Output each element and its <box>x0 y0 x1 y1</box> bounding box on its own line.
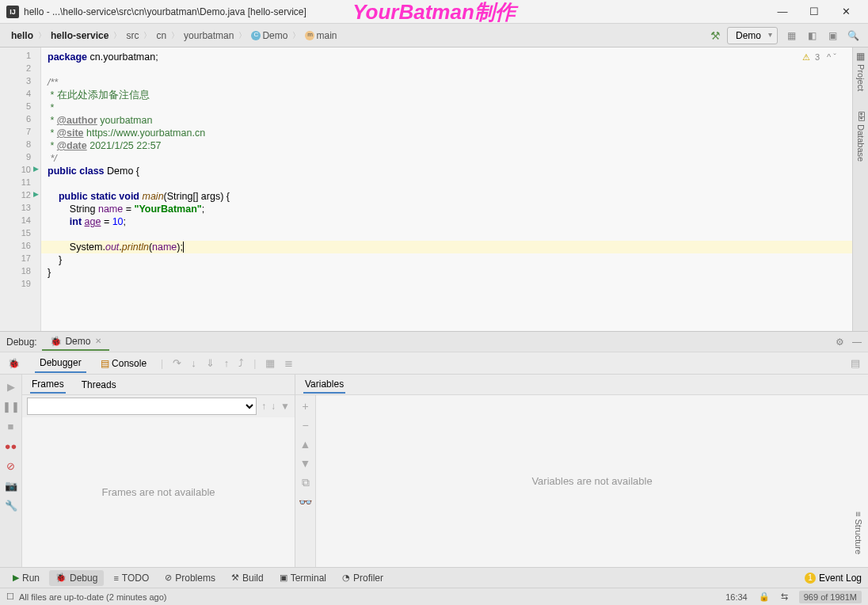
run-gutter-icon[interactable]: ▶ <box>33 165 39 173</box>
frames-tab-btn[interactable]: Frames <box>30 376 66 394</box>
gutter-line[interactable]: 16 <box>0 241 40 253</box>
gutter-line[interactable]: 18 <box>0 266 40 279</box>
coverage-icon[interactable]: ◧ <box>805 29 819 43</box>
gutter-line[interactable]: 19 <box>0 279 40 291</box>
mute-breakpoints-icon[interactable]: ⊘ <box>6 460 15 472</box>
drop-frame-icon[interactable]: ⤴ <box>238 357 244 369</box>
minimize-button[interactable]: — <box>767 0 798 24</box>
gutter-line[interactable]: 5 <box>0 101 40 114</box>
force-step-into-icon[interactable]: ⇓ <box>206 357 215 369</box>
gutter-line[interactable]: 9 <box>0 152 40 165</box>
step-into-icon[interactable]: ↓ <box>191 357 196 369</box>
pause-icon[interactable]: ❚❚ <box>2 401 20 413</box>
close-button[interactable]: ✕ <box>830 0 862 24</box>
gutter-line[interactable]: 17 <box>0 253 40 266</box>
next-frame-icon[interactable]: ↓ <box>271 401 276 412</box>
gutter-line[interactable]: 7 <box>0 127 40 139</box>
debug-tool-tab[interactable]: 🐞Debug <box>49 570 104 586</box>
structure-tool-tab[interactable]: ≡ Structure <box>852 508 865 557</box>
hide-icon[interactable]: — <box>852 337 862 348</box>
gutter-line[interactable]: 12▶ <box>0 190 40 203</box>
up-icon[interactable]: ▲ <box>300 438 311 451</box>
maximize-button[interactable]: ☐ <box>798 0 830 24</box>
search-icon[interactable]: 🔍 <box>846 29 860 43</box>
glasses-icon[interactable]: 👓 <box>299 496 312 508</box>
variables-pane: Variables + − ▲ ▼ ⧉ 👓 Variables are not … <box>295 375 868 567</box>
run-tool-tab[interactable]: ▶Run <box>6 570 46 586</box>
memory-indicator[interactable]: 969 of 1981M <box>799 591 862 603</box>
problems-tool-tab[interactable]: ⊘Problems <box>158 570 222 586</box>
bottom-tool-tabs: ▶Run 🐞Debug ≡TODO ⊘Problems ⚒Build ▣Term… <box>0 567 868 588</box>
bug-icon: 🐞 <box>55 573 67 583</box>
camera-icon[interactable]: 📷 <box>5 480 17 492</box>
crumb-project[interactable]: hello <box>8 29 36 43</box>
debug-session-tab[interactable]: 🐞 Demo ✕ <box>42 333 109 351</box>
crumb-module[interactable]: hello-service <box>48 29 112 43</box>
filter-icon[interactable]: ▼ <box>280 401 290 412</box>
close-tab-icon[interactable]: ✕ <box>95 337 101 345</box>
thread-select[interactable] <box>27 398 257 415</box>
gutter-line[interactable]: 6 <box>0 114 40 127</box>
gutter-line[interactable]: 4 <box>0 89 40 101</box>
profile-icon[interactable]: ▣ <box>825 29 839 43</box>
gutter-line[interactable]: 1 <box>0 51 40 63</box>
project-tool-tab[interactable]: ▦ Project <box>852 48 868 94</box>
gutter-line[interactable]: 2 <box>0 63 40 76</box>
terminal-tool-tab[interactable]: ▣Terminal <box>273 570 333 586</box>
database-tool-tab[interactable]: 🗄 Database <box>852 108 868 165</box>
gutter-line[interactable]: 3 <box>0 76 40 89</box>
run-icon[interactable]: ▦ <box>784 29 798 43</box>
build-icon[interactable]: ⚒ <box>710 29 721 42</box>
event-notification-icon: 1 <box>805 573 816 584</box>
lock-icon[interactable]: 🔒 <box>759 592 770 602</box>
debugger-tab[interactable]: Debugger <box>35 354 86 373</box>
down-icon[interactable]: ▼ <box>300 457 311 470</box>
gutter-line[interactable]: 11 <box>0 177 40 190</box>
step-over-icon[interactable]: ↷ <box>173 357 181 369</box>
evaluate-icon[interactable]: ▦ <box>265 357 275 369</box>
status-icon[interactable]: ☐ <box>6 592 14 602</box>
gutter: 1 2 3 4 5 6 7 8 9 10▶ 11 12▶ 13 14 15 16… <box>0 48 41 331</box>
step-out-icon[interactable]: ↑ <box>224 357 230 369</box>
vars-empty-text: Variables are not available <box>316 395 868 567</box>
crumb-method[interactable]: mmain <box>302 29 340 43</box>
copy-icon[interactable]: ⧉ <box>302 476 310 489</box>
crumb-cn[interactable]: cn <box>153 29 169 43</box>
todo-tool-tab[interactable]: ≡TODO <box>107 570 155 586</box>
view-breakpoints-icon[interactable]: ●● <box>5 440 17 452</box>
threads-tab-btn[interactable]: Threads <box>82 379 116 390</box>
app-icon: IJ <box>6 6 19 18</box>
rerun-icon[interactable]: 🐞 <box>8 358 25 369</box>
gutter-line[interactable]: 13 <box>0 203 40 215</box>
title-bar: IJ hello - ...\hello-service\src\cn\your… <box>0 0 868 24</box>
gutter-line[interactable]: 8 <box>0 139 40 152</box>
gutter-line[interactable]: 14 <box>0 215 40 228</box>
run-config-select[interactable]: Demo <box>727 27 778 44</box>
code-editor[interactable]: ⚠3 ^ ˇ package cn.yourbatman; /** * 在此处添… <box>41 48 852 331</box>
profiler-tool-tab[interactable]: ◔Profiler <box>336 570 390 586</box>
inspection-widget[interactable]: ⚠3 ^ ˇ <box>802 51 836 63</box>
trace-icon[interactable]: ≣ <box>284 357 293 369</box>
add-watch-icon[interactable]: + <box>302 400 308 413</box>
variables-tab-btn[interactable]: Variables <box>303 376 345 394</box>
settings-icon[interactable]: ⚙ <box>836 337 844 348</box>
gutter-line[interactable]: 10▶ <box>0 165 40 177</box>
gutter-line[interactable]: 15 <box>0 228 40 241</box>
crumb-src[interactable]: src <box>123 29 142 43</box>
stop-icon[interactable]: ■ <box>8 420 14 432</box>
navigation-bar: hello〉 hello-service〉 src〉 cn〉 yourbatma… <box>0 24 868 48</box>
wrench-icon[interactable]: 🔧 <box>5 500 17 512</box>
crumb-class[interactable]: CDemo <box>248 29 291 43</box>
debug-label: Debug: <box>6 337 37 348</box>
run-gutter-icon[interactable]: ▶ <box>33 190 39 198</box>
prev-frame-icon[interactable]: ↑ <box>261 401 266 412</box>
debug-left-toolbar: ▶ ❚❚ ■ ●● ⊘ 📷 🔧 <box>0 375 22 567</box>
event-log-tab[interactable]: Event Log <box>819 573 862 584</box>
layout-icon[interactable]: ▤ <box>851 357 860 369</box>
console-tab[interactable]: ▤ Console <box>96 355 151 372</box>
remove-watch-icon[interactable]: − <box>302 419 308 432</box>
indent-icon[interactable]: ⇆ <box>781 592 788 602</box>
crumb-pkg[interactable]: yourbatman <box>181 29 237 43</box>
build-tool-tab[interactable]: ⚒Build <box>225 570 270 586</box>
resume-icon[interactable]: ▶ <box>7 381 15 393</box>
